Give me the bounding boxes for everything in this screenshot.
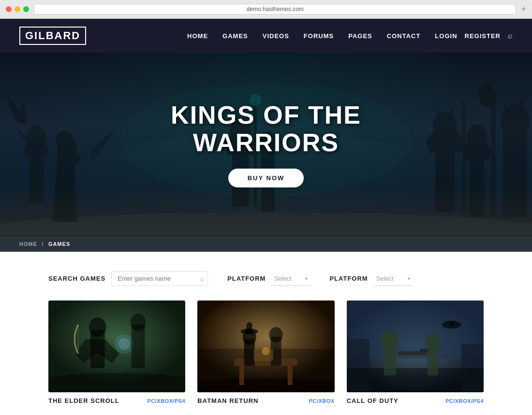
game-image-1 <box>48 301 185 392</box>
hero-section: KINGS OF THE WARRIORS BUY NOW <box>0 53 532 236</box>
svg-rect-67 <box>347 368 484 392</box>
platform-filter-1: PLATFORM Select PC XBOX PS4 ▾ <box>227 272 310 286</box>
traffic-lights <box>6 6 29 12</box>
game-platform-2: PC/XBOX <box>309 398 335 404</box>
svg-point-44 <box>118 338 130 350</box>
game-platform-3: PC/XBOX/PS4 <box>445 398 484 404</box>
svg-point-66 <box>449 321 454 326</box>
platform-select-2[interactable]: Select PC XBOX PS4 <box>374 272 413 286</box>
breadcrumb-home[interactable]: HOME <box>19 241 37 247</box>
nav-games[interactable]: GAMES <box>222 32 248 40</box>
address-bar[interactable]: demo.hasthemes.com <box>34 4 516 14</box>
svg-rect-71 <box>398 351 427 355</box>
svg-rect-56 <box>247 322 252 333</box>
games-grid: THE ELDER SCROLL PC/XBOX/PS4 <box>48 301 484 415</box>
svg-marker-6 <box>5 91 27 125</box>
filter-bar: SEARCH GAMES ⌕ PLATFORM Select PC XBOX P… <box>48 271 484 286</box>
svg-point-60 <box>262 347 270 355</box>
maximize-button[interactable] <box>23 6 29 12</box>
nav-links: HOME GAMES VIDEOS FORUMS PAGES CONTACT <box>187 31 420 40</box>
navbar: GILBARD HOME GAMES VIDEOS FORUMS PAGES C… <box>0 19 532 53</box>
search-input[interactable] <box>111 271 208 286</box>
main-content: SEARCH GAMES ⌕ PLATFORM Select PC XBOX P… <box>0 252 532 415</box>
site-logo[interactable]: GILBARD <box>19 27 86 45</box>
minimize-button[interactable] <box>15 6 20 12</box>
svg-rect-51 <box>239 366 244 385</box>
platform-select-wrap-2: Select PC XBOX PS4 ▾ <box>374 272 413 286</box>
svg-rect-52 <box>288 366 293 385</box>
search-icon[interactable]: ⌕ <box>508 31 513 40</box>
hero-title: KINGS OF THE WARRIORS <box>171 101 361 157</box>
platform-select-wrap-1: Select PC XBOX PS4 ▾ <box>271 272 310 286</box>
platform-select-1[interactable]: Select PC XBOX PS4 <box>271 272 310 286</box>
svg-point-27 <box>501 104 530 138</box>
platform-filter-2: PLATFORM Select PC XBOX PS4 ▾ <box>329 272 412 286</box>
search-group: SEARCH GAMES ⌕ <box>48 271 208 286</box>
hero-content: KINGS OF THE WARRIORS BUY NOW <box>171 101 361 187</box>
nav-contact[interactable]: CONTACT <box>387 32 421 40</box>
breadcrumb-current: GAMES <box>48 241 70 247</box>
svg-point-58 <box>269 327 283 343</box>
svg-point-70 <box>381 331 398 343</box>
game-title-3: CALL OF DUTY <box>347 397 399 404</box>
game-title-1: THE ELDER SCROLL <box>48 397 119 404</box>
platform-label-2: PLATFORM <box>329 275 368 282</box>
nav-home[interactable]: HOME <box>187 32 208 40</box>
breadcrumb: HOME / GAMES <box>0 235 532 252</box>
hero-fog <box>0 188 532 236</box>
svg-point-40 <box>89 317 106 337</box>
svg-point-46 <box>131 314 146 331</box>
game-title-2: BATMAN RETURN <box>197 397 258 404</box>
buy-now-button[interactable]: BUY NOW <box>228 169 304 187</box>
search-icon: ⌕ <box>200 275 204 283</box>
game-card-2[interactable]: BATMAN RETURN PC/XBOX <box>197 301 334 407</box>
game-card-1[interactable]: THE ELDER SCROLL PC/XBOX/PS4 <box>48 301 185 407</box>
login-link[interactable]: LOGIN <box>435 32 457 40</box>
game-platform-1: PC/XBOX/PS4 <box>147 398 185 404</box>
close-button[interactable] <box>6 6 12 12</box>
game-card-info-3: CALL OF DUTY PC/XBOX/PS4 <box>347 392 484 407</box>
nav-pages[interactable]: PAGES <box>348 32 372 40</box>
svg-point-31 <box>479 83 493 107</box>
nav-auth: LOGIN REGISTER ⌕ <box>435 31 513 40</box>
game-image-3 <box>347 301 484 392</box>
svg-point-49 <box>197 378 334 392</box>
svg-rect-45 <box>132 325 145 368</box>
register-link[interactable]: REGISTER <box>465 32 501 40</box>
breadcrumb-separator: / <box>42 241 44 247</box>
search-input-wrap: ⌕ <box>111 271 208 286</box>
nav-videos[interactable]: VIDEOS <box>263 32 289 40</box>
game-card-info-2: BATMAN RETURN PC/XBOX <box>197 392 334 407</box>
game-card-3[interactable]: CALL OF DUTY PC/XBOX/PS4 <box>347 301 484 407</box>
browser-chrome: demo.hasthemes.com + <box>0 0 532 19</box>
new-tab-button[interactable]: + <box>521 4 526 14</box>
svg-point-75 <box>425 334 440 344</box>
game-card-info-1: THE ELDER SCROLL PC/XBOX/PS4 <box>48 392 185 407</box>
svg-point-38 <box>48 373 185 392</box>
nav-forums[interactable]: FORUMS <box>304 32 334 40</box>
game-image-2 <box>197 301 334 392</box>
search-label: SEARCH GAMES <box>48 275 105 282</box>
platform-label-1: PLATFORM <box>227 275 266 282</box>
